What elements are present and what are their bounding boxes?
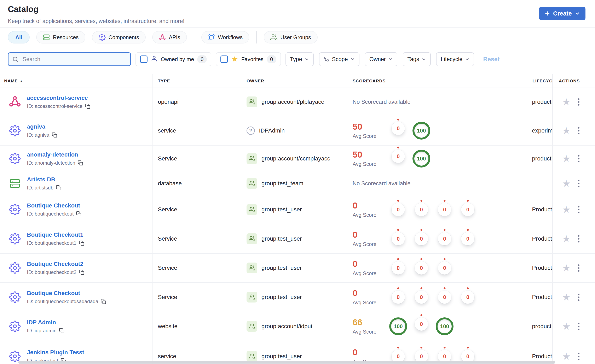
entity-name-link[interactable]: Boutique Checkout <box>27 290 106 296</box>
gear-icon <box>8 233 21 245</box>
column-header-scorecards: SCORECARDS <box>348 74 532 88</box>
name-cell: IDP AdminID: idp-admin <box>0 312 153 341</box>
avg-score: 0Avg Score <box>353 289 383 306</box>
column-header-type: TYPE <box>153 74 241 88</box>
kebab-menu-icon[interactable] <box>577 352 581 361</box>
copy-icon[interactable] <box>79 240 84 246</box>
scorecard-rings: 1000100 <box>387 317 456 335</box>
scorecard-rings: 0000 <box>387 290 479 304</box>
filter-dropdown-scope[interactable]: Scope <box>319 52 360 66</box>
copy-icon[interactable] <box>52 132 57 138</box>
group-icon <box>247 233 257 244</box>
score-ring: 0 <box>433 203 456 216</box>
copy-icon[interactable] <box>101 299 106 304</box>
favorite-star-icon[interactable]: ★ <box>562 154 571 163</box>
favorite-star-icon[interactable]: ★ <box>562 352 571 361</box>
search-box <box>8 52 131 66</box>
count-badge: 0 <box>267 55 276 63</box>
table-row: Artists DBID: artistsdbdatabasegroup:tes… <box>0 172 595 195</box>
favorite-star-icon[interactable]: ★ <box>562 322 571 331</box>
filter-dropdown-tags[interactable]: Tags <box>403 52 431 66</box>
favorite-star-icon[interactable]: ★ <box>562 205 571 214</box>
kebab-menu-icon[interactable] <box>577 97 581 107</box>
entity-name-link[interactable]: Boutique Checkout1 <box>27 231 84 238</box>
column-label: NAME <box>4 78 18 84</box>
kebab-menu-icon[interactable] <box>577 179 581 189</box>
copy-icon[interactable] <box>85 104 90 109</box>
chevron-down-icon <box>422 57 426 62</box>
filter-dropdown-lifecycle[interactable]: Lifecycle <box>436 52 474 66</box>
table-row: Boutique Checkout1ID: boutiquecheckout1S… <box>0 224 595 254</box>
tab-label: APIs <box>169 34 180 41</box>
owner-label: group:account/ccmplayacc <box>262 155 330 162</box>
avg-score-value: 0 <box>353 201 383 210</box>
tab-components[interactable]: Components <box>92 31 146 43</box>
kebab-menu-icon[interactable] <box>577 126 581 136</box>
actions-cell: ★ <box>552 341 595 364</box>
entity-id: ID: artistsdb <box>27 185 61 191</box>
search-icon <box>12 56 18 62</box>
copy-icon[interactable] <box>59 328 64 333</box>
checkbox[interactable] <box>220 56 228 63</box>
column-label: ACTIONS <box>559 78 580 84</box>
entity-id: ID: agniva <box>27 132 57 138</box>
kebab-menu-icon[interactable] <box>577 234 581 244</box>
entity-name-link[interactable]: accesscontrol-service <box>27 95 90 101</box>
lifecycle-cell: experimental <box>532 116 552 145</box>
scorecard-cell: 0Avg Score0000 <box>348 341 532 364</box>
kebab-menu-icon[interactable] <box>577 154 581 164</box>
entity-name-link[interactable]: Jenkins Plugin Tesst <box>27 349 84 356</box>
kebab-menu-icon[interactable] <box>577 263 581 273</box>
favorite-star-icon[interactable]: ★ <box>562 97 571 107</box>
entity-name-link[interactable]: Artists DB <box>27 176 61 183</box>
plus-icon <box>545 11 550 16</box>
score-ring: 0 <box>410 261 433 274</box>
avg-score: 66Avg Score <box>353 318 383 335</box>
kebab-menu-icon[interactable] <box>577 292 581 302</box>
favorite-star-icon[interactable]: ★ <box>562 179 571 188</box>
filter-toggle-favorites[interactable]: ★Favorites0 <box>216 52 281 66</box>
filter-dropdown-type[interactable]: Type <box>285 52 314 66</box>
filter-dropdown-owner[interactable]: Owner <box>365 52 397 66</box>
copy-icon[interactable] <box>76 211 81 217</box>
reset-filters-link[interactable]: Reset <box>483 56 499 63</box>
scorecard-cell: No Scorecard available <box>348 172 532 195</box>
copy-icon[interactable] <box>79 270 84 275</box>
favorite-star-icon[interactable]: ★ <box>562 234 571 244</box>
entity-name-link[interactable]: anomaly-detection <box>27 151 83 158</box>
favorite-star-icon[interactable]: ★ <box>562 292 571 302</box>
copy-icon[interactable] <box>56 185 61 190</box>
entity-name-link[interactable]: agniva <box>27 123 57 130</box>
column-header-owner: OWNER <box>241 74 348 88</box>
avg-score-label: Avg Score <box>353 329 383 335</box>
score-ring: 100 <box>387 317 410 335</box>
score-divider <box>383 317 383 336</box>
scorecard-rings: 000 <box>387 261 456 274</box>
tab-apis[interactable]: APIs <box>152 31 187 43</box>
favorite-star-icon[interactable]: ★ <box>562 126 571 135</box>
checkbox[interactable] <box>140 56 148 63</box>
group-icon <box>247 351 257 362</box>
scorecard-cell: 0Avg Score0000 <box>348 283 532 312</box>
tab-workflows[interactable]: Workflows <box>201 31 249 43</box>
horizontal-scrollbar[interactable] <box>18 361 555 364</box>
search-input[interactable] <box>8 52 131 66</box>
tab-all[interactable]: All <box>8 31 30 43</box>
kebab-menu-icon[interactable] <box>577 205 581 215</box>
entity-name-link[interactable]: Boutique Checkout2 <box>27 261 84 267</box>
favorite-star-icon[interactable]: ★ <box>562 263 571 273</box>
tab-user-groups[interactable]: User Groups <box>264 31 317 43</box>
copy-icon[interactable] <box>78 160 83 166</box>
create-button[interactable]: Create <box>539 7 586 20</box>
score-ring: 0 <box>410 203 433 216</box>
entity-name-link[interactable]: Boutique Checkout <box>27 202 81 209</box>
group-icon <box>247 97 257 107</box>
tab-resources[interactable]: Resources <box>36 31 85 43</box>
name-cell: Boutique CheckoutID: boutiquecheckout <box>0 195 153 224</box>
kebab-menu-icon[interactable] <box>577 322 581 331</box>
column-header-name[interactable]: NAME▲ <box>0 74 153 88</box>
filter-toggle-owned-by-me[interactable]: Owned by me0 <box>135 52 211 66</box>
actions-cell: ★ <box>552 146 595 172</box>
entity-name-link[interactable]: IDP Admin <box>27 319 64 326</box>
owner-label: group:test_user <box>262 294 302 301</box>
